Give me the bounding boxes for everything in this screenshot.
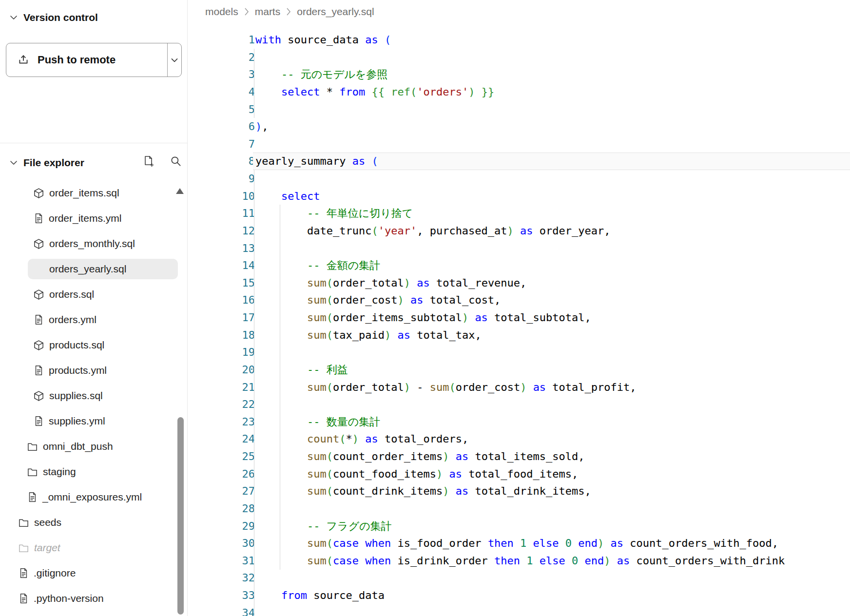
code-line-20[interactable]: -- 利益 [255, 361, 850, 379]
line-number: 15 [188, 274, 255, 292]
code-line-16[interactable]: sum(order_cost) as total_cost, [255, 291, 850, 309]
breadcrumb-separator-icon [244, 7, 249, 16]
line-number: 17 [188, 309, 255, 327]
indent-guide [254, 49, 254, 118]
line-number: 4 [188, 83, 255, 101]
code-line-30[interactable]: sum(case when is_food_order then 1 else … [255, 535, 850, 552]
file-item-orders.yml[interactable]: orders.yml [0, 307, 187, 332]
code-line-22[interactable] [255, 396, 850, 413]
folder-icon [18, 542, 29, 554]
code-line-23[interactable]: -- 数量の集計 [255, 413, 850, 431]
file-item-.python-version[interactable]: .python-version [0, 586, 187, 611]
folder-icon [27, 466, 38, 478]
code-line-10[interactable]: select [255, 188, 850, 205]
breadcrumb: modelsmartsorders_yearly.sql [205, 6, 374, 18]
folder-icon [27, 441, 38, 452]
file-item-_omni_exposures.yml[interactable]: _omni_exposures.yml [0, 484, 187, 510]
chevron-down-icon [9, 13, 19, 22]
file-explorer-section-header[interactable]: File explorer [9, 155, 84, 171]
file-item-orders_monthly.sql[interactable]: orders_monthly.sql [0, 231, 187, 256]
code-line-6[interactable]: ), [255, 118, 850, 135]
file-item-orders.sql[interactable]: orders.sql [0, 282, 187, 307]
code-line-19[interactable] [255, 344, 850, 361]
file-item-orders_yearly.sql[interactable]: orders_yearly.sql [0, 256, 187, 282]
file-item-supplies.sql[interactable]: supplies.sql [0, 383, 187, 408]
file-name: supplies.sql [49, 390, 103, 402]
code-line-18[interactable]: sum(tax_paid) as total_tax, [255, 327, 850, 344]
code-line-27[interactable]: sum(count_drink_items) as total_drink_it… [255, 482, 850, 500]
scroll-up-arrow[interactable] [176, 188, 184, 194]
line-number: 7 [188, 135, 255, 153]
file-item-products.yml[interactable]: products.yml [0, 358, 187, 383]
code-lines: with source_data as ( -- 元のモデルを参照 select… [255, 31, 850, 616]
code-line-14[interactable]: -- 金額の集計 [255, 257, 850, 274]
file-item-order_items.yml[interactable]: order_items.yml [0, 206, 187, 231]
file-name: products.sql [49, 339, 104, 351]
code-line-8[interactable]: yearly_summary as ( [255, 153, 850, 170]
code-line-7[interactable] [255, 135, 850, 153]
push-options-dropdown-button[interactable] [168, 43, 181, 77]
file-icon [33, 213, 44, 224]
code-line-25[interactable]: sum(count_order_items) as total_items_so… [255, 448, 850, 465]
code-line-33[interactable]: from source_data [255, 587, 850, 604]
breadcrumb-item[interactable]: models [205, 6, 238, 18]
model-icon [33, 264, 44, 275]
code-line-2[interactable] [255, 49, 850, 66]
file-item-supplies.yml[interactable]: supplies.yml [0, 408, 187, 434]
code-line-15[interactable]: sum(order_total) as total_revenue, [255, 274, 850, 292]
file-item-seeds[interactable]: seeds [0, 510, 187, 535]
file-item-order_items.sql[interactable]: order_items.sql [0, 180, 187, 206]
code-line-24[interactable]: count(*) as total_orders, [255, 430, 850, 448]
file-name: orders.sql [49, 289, 94, 300]
code-line-13[interactable] [255, 240, 850, 257]
line-number: 9 [188, 170, 255, 188]
indent-guide [254, 170, 254, 616]
file-list-scrollbar[interactable] [177, 417, 184, 615]
code-line-17[interactable]: sum(order_items_subtotal) as total_subto… [255, 309, 850, 327]
breadcrumb-item[interactable]: marts [255, 6, 281, 18]
code-line-1[interactable]: with source_data as ( [255, 31, 850, 49]
code-line-32[interactable] [255, 569, 850, 587]
new-file-button[interactable] [141, 154, 156, 169]
line-number: 23 [188, 413, 255, 431]
line-number: 22 [188, 396, 255, 413]
line-number: 25 [188, 448, 255, 465]
version-control-section-header[interactable]: Version control [9, 10, 98, 25]
code-line-3[interactable]: -- 元のモデルを参照 [255, 66, 850, 83]
push-to-remote-label: Push to remote [38, 54, 116, 66]
code-line-5[interactable] [255, 101, 850, 118]
chevron-down-icon [9, 158, 19, 168]
file-name: orders.yml [49, 314, 97, 326]
code-line-9[interactable] [255, 170, 850, 188]
code-area: 1234567891011121314151617181920212223242… [188, 31, 850, 616]
code-line-34[interactable] [255, 604, 850, 616]
file-item-target[interactable]: target [0, 535, 187, 560]
file-item-products.sql[interactable]: products.sql [0, 332, 187, 358]
line-number: 2 [188, 49, 255, 66]
file-name: products.yml [49, 365, 107, 376]
code-line-28[interactable] [255, 500, 850, 518]
file-name: seeds [34, 517, 61, 528]
code-line-26[interactable]: sum(count_food_items) as total_food_item… [255, 465, 850, 483]
push-to-remote-button[interactable]: Push to remote [6, 43, 167, 77]
file-item-staging[interactable]: staging [0, 459, 187, 484]
breadcrumb-item[interactable]: orders_yearly.sql [297, 6, 374, 18]
file-name: order_items.yml [49, 212, 121, 224]
code-line-31[interactable]: sum(case when is_drink_order then 1 else… [255, 552, 850, 570]
search-files-button[interactable] [169, 154, 183, 169]
line-number: 8 [188, 153, 255, 170]
line-number: 21 [188, 379, 255, 396]
model-icon [33, 238, 44, 250]
model-icon [33, 340, 44, 351]
code-line-29[interactable]: -- フラグの集計 [255, 518, 850, 535]
code-line-21[interactable]: sum(order_total) - sum(order_cost) as to… [255, 379, 850, 396]
code-line-11[interactable]: -- 年単位に切り捨て [255, 205, 850, 222]
sidebar: Version control Push to remote [0, 0, 188, 616]
chevron-down-icon [169, 55, 180, 65]
line-number: 28 [188, 500, 255, 518]
file-name: .python-version [34, 593, 104, 604]
code-line-12[interactable]: date_trunc('year', purchased_at) as orde… [255, 222, 850, 240]
code-line-4[interactable]: select * from {{ ref('orders') }} [255, 83, 850, 101]
file-item-.gitignore[interactable]: .gitignore [0, 560, 187, 586]
file-item-omni_dbt_push[interactable]: omni_dbt_push [0, 434, 187, 459]
